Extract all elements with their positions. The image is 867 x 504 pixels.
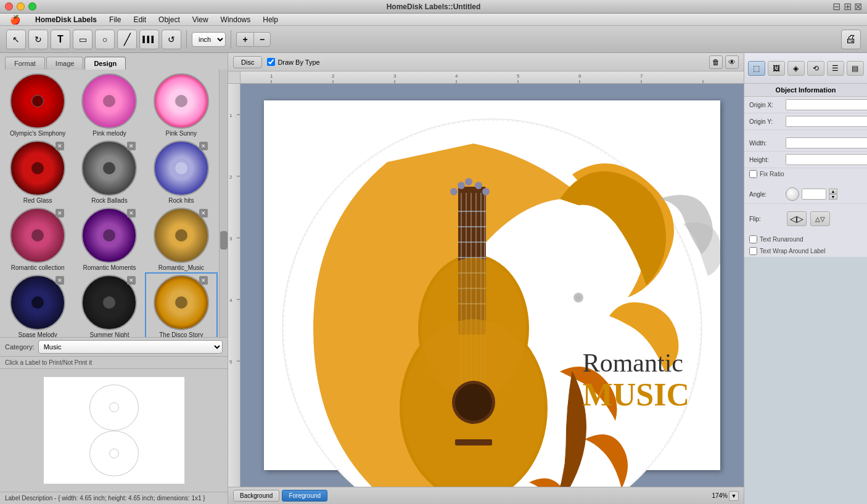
list-item[interactable]: ✕ Spase Melody — [4, 275, 72, 337]
list-item[interactable]: ✕ Rock hits — [147, 140, 215, 204]
menu-edit[interactable]: Edit — [128, 14, 151, 25]
title-bar-right: ⊟ ⊞ ⊠ — [832, 1, 862, 12]
template-remove-btn[interactable]: ✕ — [127, 142, 136, 150]
list-item[interactable]: ✕ Red Glass — [4, 140, 72, 204]
obj-icon-3[interactable]: ◈ — [787, 61, 805, 76]
select-tool[interactable]: ↖ — [6, 30, 26, 49]
background-tab[interactable]: Background — [233, 490, 279, 502]
maximize-button[interactable] — [28, 2, 36, 10]
menu-windows[interactable]: Windows — [216, 14, 256, 25]
width-input[interactable] — [786, 137, 867, 148]
rotate-tool[interactable]: ↻ — [28, 30, 48, 49]
category-select[interactable]: Music Movies Photos — [38, 340, 223, 354]
menu-file[interactable]: File — [104, 14, 126, 25]
tab-design[interactable]: Design — [84, 57, 126, 70]
svg-point-57 — [575, 295, 581, 301]
view-toggle-btn[interactable]: 👁 — [725, 55, 739, 69]
template-remove-btn[interactable]: ✕ — [127, 276, 136, 285]
disc-button[interactable]: Disc — [233, 56, 262, 68]
delete-layer-btn[interactable]: 🗑 — [709, 55, 723, 69]
list-item[interactable]: Pink melody — [75, 73, 143, 137]
menu-help[interactable]: Help — [258, 14, 283, 25]
list-item[interactable]: ✕ Rock Ballads — [75, 140, 143, 204]
origin-y-input[interactable] — [786, 116, 867, 127]
fix-ratio-row: Fix Ratio — [744, 168, 867, 180]
print-template — [43, 376, 185, 484]
right-panel-bottom — [744, 257, 867, 504]
menu-object[interactable]: Object — [154, 14, 185, 25]
svg-point-51 — [465, 178, 472, 185]
unit-selector[interactable]: inch cm mm — [192, 32, 226, 47]
template-thumb — [154, 73, 209, 129]
obj-icon-1[interactable]: ⬚ — [748, 61, 765, 76]
draw-by-type: Draw By Type — [267, 58, 319, 66]
draw-by-type-checkbox[interactable] — [267, 58, 275, 66]
fix-ratio-checkbox[interactable] — [749, 170, 757, 178]
template-remove-btn[interactable]: ✕ — [55, 209, 64, 217]
angle-up[interactable]: ▲ — [829, 189, 837, 194]
tab-image[interactable]: Image — [46, 57, 84, 70]
close-button[interactable] — [5, 2, 13, 10]
template-thumb — [10, 73, 65, 129]
template-wrapper: ✕ — [10, 275, 65, 330]
list-item[interactable]: Pink Sunny — [147, 73, 215, 137]
canvas-viewport[interactable]: Romantic MUSIC — [240, 84, 744, 487]
flip-label: Flip: — [749, 216, 783, 222]
svg-text:Romantic: Romantic — [583, 349, 683, 377]
scrollbar[interactable] — [219, 70, 228, 337]
angle-dial[interactable] — [786, 187, 799, 201]
tab-format[interactable]: Format — [5, 57, 45, 70]
list-item[interactable]: Olympic's Simphony — [4, 73, 72, 137]
template-remove-btn[interactable]: ✕ — [127, 209, 136, 217]
curve-tool[interactable]: ↺ — [162, 30, 181, 49]
ellipse-tool[interactable]: ○ — [95, 30, 115, 49]
template-wrapper: ✕ — [154, 208, 209, 263]
disc-preview-bottom[interactable] — [89, 431, 139, 477]
minimize-button[interactable] — [17, 2, 25, 10]
origin-x-input[interactable] — [786, 99, 867, 110]
text-runaround-checkbox[interactable] — [749, 235, 757, 243]
list-item[interactable]: ✕ Romantic Moments — [75, 208, 143, 271]
foreground-tab[interactable]: Foreground — [282, 490, 327, 502]
right-panel-title: Object Information — [744, 84, 867, 97]
obj-icon-4[interactable]: ⟲ — [807, 61, 824, 76]
list-item[interactable]: ✕ Summer Night — [75, 275, 143, 337]
spacer2 — [744, 180, 867, 185]
flip-horizontal-btn[interactable]: ◁▷ — [787, 211, 807, 226]
template-remove-btn[interactable]: ✕ — [199, 209, 208, 217]
canvas-toolbar: Disc Draw By Type 🗑 👁 — [228, 53, 744, 71]
svg-text:7: 7 — [640, 73, 643, 79]
flip-vertical-btn[interactable]: △▽ — [810, 211, 830, 226]
left-panel: Format Image Design Olympic's Simphony — [0, 53, 228, 504]
window-controls[interactable] — [5, 2, 36, 10]
apple-menu[interactable]: 🍎 — [5, 14, 25, 26]
templates-container[interactable]: Olympic's Simphony Pink melody Pink Sunn… — [0, 70, 219, 337]
text-tool[interactable]: T — [51, 30, 70, 49]
menu-view[interactable]: View — [187, 14, 213, 25]
template-remove-btn[interactable]: ✕ — [199, 142, 208, 150]
angle-input[interactable] — [802, 189, 826, 200]
template-remove-btn[interactable]: ✕ — [199, 276, 208, 285]
disc-preview-top[interactable] — [89, 384, 139, 431]
rect-tool[interactable]: ▭ — [73, 30, 92, 49]
barcode-tool[interactable]: ▌▌▌ — [139, 30, 159, 49]
obj-icon-2[interactable]: 🖼 — [768, 61, 785, 76]
template-remove-btn[interactable]: ✕ — [55, 142, 64, 150]
print-button[interactable]: 🖨 — [841, 30, 861, 49]
angle-down[interactable]: ▼ — [829, 194, 837, 200]
list-item[interactable]: ✕ The Disco Story — [147, 275, 215, 337]
list-item[interactable]: ✕ Romantic_Music — [147, 208, 215, 271]
canvas-icons: 🗑 👁 — [709, 55, 739, 69]
svg-text:1: 1 — [229, 113, 232, 118]
text-wrap-checkbox[interactable] — [749, 247, 757, 255]
zoom-dropdown[interactable]: ▼ — [729, 491, 739, 501]
menu-app[interactable]: HomeDisk Labels — [30, 14, 102, 25]
zoom-out-button[interactable]: − — [253, 32, 271, 47]
height-input[interactable] — [786, 154, 867, 165]
zoom-in-button[interactable]: + — [236, 32, 253, 47]
list-item[interactable]: ✕ Romantic collection — [4, 208, 72, 271]
template-remove-btn[interactable]: ✕ — [55, 276, 64, 285]
obj-icon-6[interactable]: ▤ — [847, 61, 864, 76]
obj-icon-5[interactable]: ☰ — [827, 61, 844, 76]
line-tool[interactable]: ╱ — [117, 30, 137, 49]
